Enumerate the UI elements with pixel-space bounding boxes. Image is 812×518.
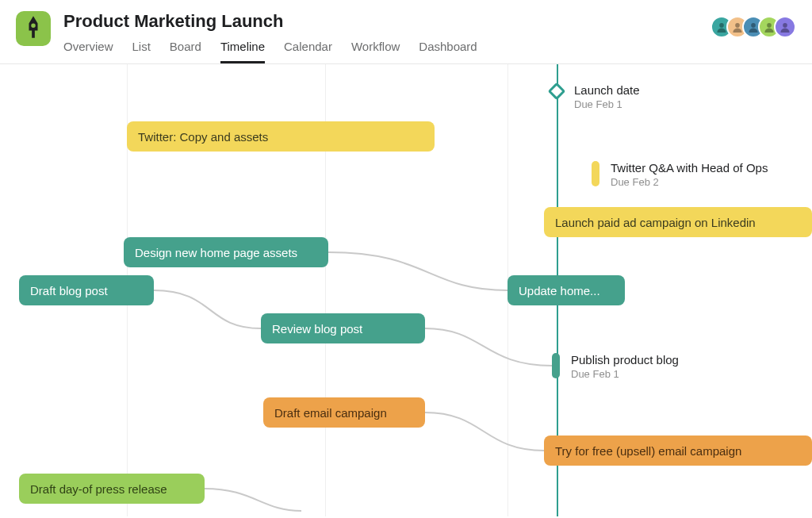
task-linkedin-ads[interactable]: Launch paid ad campaign on Linkedin xyxy=(544,207,812,237)
milestone-twitter-qa[interactable]: Twitter Q&A with Head of Ops Due Feb 2 xyxy=(592,161,768,188)
avatar[interactable] xyxy=(774,16,796,38)
milestone-launch-date[interactable]: Launch date Due Feb 1 xyxy=(550,83,640,110)
tab-dashboard[interactable]: Dashboard xyxy=(419,40,477,63)
collaborator-avatars[interactable] xyxy=(710,16,796,38)
task-design-home[interactable]: Design new home page assets xyxy=(124,237,328,267)
tab-overview[interactable]: Overview xyxy=(63,40,113,63)
milestone-title: Launch date xyxy=(574,83,640,97)
rocket-icon xyxy=(25,16,42,41)
task-pill-icon xyxy=(592,161,599,186)
task-review-blog[interactable]: Review blog post xyxy=(261,313,425,343)
project-title: Product Marketing Launch xyxy=(63,11,710,32)
svg-point-2 xyxy=(751,23,756,28)
milestone-title: Twitter Q&A with Head of Ops xyxy=(611,161,768,175)
task-press-release[interactable]: Draft day-of press release xyxy=(19,474,205,504)
task-upsell-email[interactable]: Try for free (upsell) email campaign xyxy=(544,436,812,466)
project-header: Product Marketing Launch Overview List B… xyxy=(0,0,812,63)
project-icon xyxy=(16,11,51,46)
svg-point-1 xyxy=(735,23,740,28)
tab-workflow[interactable]: Workflow xyxy=(351,40,400,63)
milestone-due: Due Feb 1 xyxy=(571,368,679,380)
milestone-due: Due Feb 1 xyxy=(574,98,640,110)
milestone-diamond-icon xyxy=(548,82,566,101)
tab-calendar[interactable]: Calendar xyxy=(284,40,332,63)
milestone-due: Due Feb 2 xyxy=(611,176,768,188)
task-draft-blog[interactable]: Draft blog post xyxy=(19,275,154,305)
timeline-canvas[interactable]: Twitter: Copy and assets Launch paid ad … xyxy=(0,64,812,516)
task-update-home[interactable]: Update home... xyxy=(508,275,625,305)
svg-point-3 xyxy=(767,23,772,28)
tab-timeline[interactable]: Timeline xyxy=(220,40,265,63)
task-pill-icon xyxy=(552,353,560,378)
tab-board[interactable]: Board xyxy=(170,40,201,63)
task-draft-email[interactable]: Draft email campaign xyxy=(263,397,425,428)
tab-list[interactable]: List xyxy=(132,40,151,63)
svg-point-4 xyxy=(783,23,787,28)
task-twitter-copy[interactable]: Twitter: Copy and assets xyxy=(127,121,435,152)
view-tabs: Overview List Board Timeline Calendar Wo… xyxy=(63,40,710,63)
milestone-title: Publish product blog xyxy=(571,353,679,366)
milestone-publish-blog[interactable]: Publish product blog Due Feb 1 xyxy=(552,353,679,380)
svg-point-0 xyxy=(719,23,724,28)
